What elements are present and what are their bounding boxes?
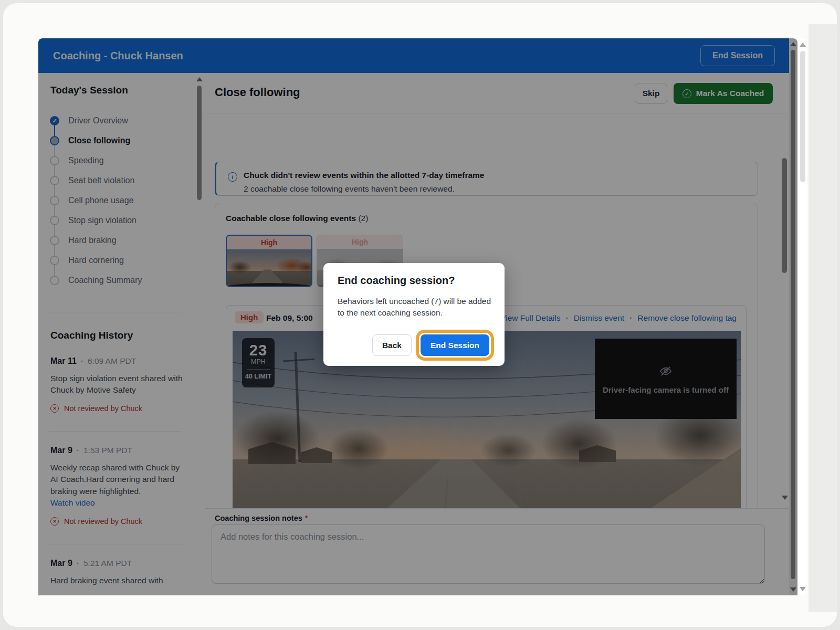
frame-right-strip [808, 24, 837, 612]
scrollbar-thumb[interactable] [800, 51, 805, 182]
scroll-up-icon[interactable] [800, 43, 806, 47]
scroll-down-icon[interactable] [800, 587, 806, 591]
back-button[interactable]: Back [372, 334, 412, 356]
page-scrollbar[interactable] [798, 38, 807, 595]
dialog-body: Behaviors left uncoached (7) will be add… [338, 296, 492, 319]
screenshot-background: Coaching - Chuck Hansen End Session Toda… [3, 3, 837, 627]
end-session-dialog: End coaching session? Behaviors left unc… [323, 263, 505, 366]
confirm-end-session-button[interactable]: End Session [421, 334, 489, 356]
dialog-title: End coaching session? [338, 275, 455, 287]
